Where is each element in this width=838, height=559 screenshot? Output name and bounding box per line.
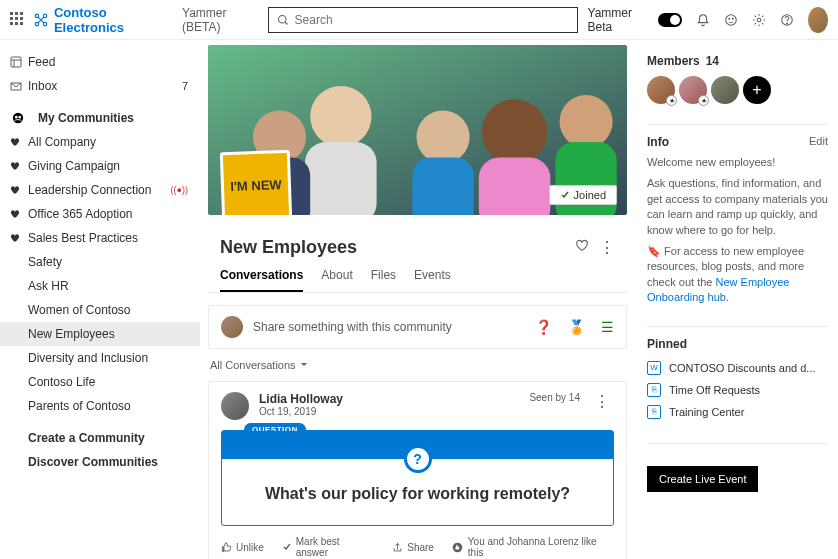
sidebar-item[interactable]: Safety xyxy=(0,250,200,274)
sidebar-item-label: Sales Best Practices xyxy=(28,231,138,245)
share-icon xyxy=(392,542,403,553)
check-icon xyxy=(282,542,292,552)
sidebar: Feed Inbox7 My Communities All CompanyGi… xyxy=(0,40,200,559)
inbox-icon xyxy=(10,80,22,92)
unlike-button[interactable]: Unlike xyxy=(221,542,264,553)
svg-rect-20 xyxy=(412,157,473,215)
sidebar-item[interactable]: Contoso Life xyxy=(0,370,200,394)
members-header: Members 14 xyxy=(647,54,828,68)
brand[interactable]: Contoso Electronics xyxy=(34,5,164,35)
post-more-button[interactable]: ⋮ xyxy=(590,392,614,411)
svg-point-4 xyxy=(278,15,286,23)
pinned-item[interactable]: ⎘Time Off Requests xyxy=(647,379,828,401)
more-button[interactable]: ⋮ xyxy=(599,238,615,257)
info-header: Info xyxy=(647,135,669,149)
share-button[interactable]: Share xyxy=(392,542,434,553)
praise-tool-icon[interactable]: 🏅 xyxy=(568,319,585,335)
tab-about[interactable]: About xyxy=(321,268,352,292)
brand-logo-icon xyxy=(34,12,48,28)
brand-name: Contoso Electronics xyxy=(54,5,164,35)
post-seen-by[interactable]: Seen by 14 xyxy=(529,392,580,403)
tab-files[interactable]: Files xyxy=(371,268,396,292)
check-icon xyxy=(560,190,570,200)
notifications-icon[interactable] xyxy=(696,13,710,27)
help-icon[interactable] xyxy=(780,13,794,27)
add-member-button[interactable]: + xyxy=(743,76,771,104)
question-card: QUESTION ? What's our policy for working… xyxy=(221,430,614,526)
pinned-item[interactable]: ⎘Training Center xyxy=(647,401,828,423)
beta-toggle[interactable] xyxy=(658,13,681,27)
nav-discover-communities[interactable]: Discover Communities xyxy=(0,450,200,474)
composer[interactable]: Share something with this community ❓ 🏅 … xyxy=(208,305,627,349)
favorite-button[interactable] xyxy=(575,239,589,257)
file-icon: ⎘ xyxy=(647,383,661,397)
svg-point-6 xyxy=(728,18,729,19)
search-icon xyxy=(277,14,289,26)
inbox-count: 7 xyxy=(182,80,188,92)
joined-button[interactable]: Joined xyxy=(549,185,617,205)
conversation-filter[interactable]: All Conversations xyxy=(208,349,627,381)
pinned-item-label: Training Center xyxy=(669,406,744,418)
svg-point-25 xyxy=(560,95,613,148)
member-avatar[interactable]: ★ xyxy=(647,76,675,104)
member-avatar[interactable]: ★ xyxy=(679,76,707,104)
nav-feed[interactable]: Feed xyxy=(0,50,200,74)
heart-icon xyxy=(10,136,22,148)
user-avatar[interactable] xyxy=(808,7,828,33)
search-input[interactable] xyxy=(295,13,569,27)
info-description: Ask questions, find information, and get… xyxy=(647,176,828,238)
post-date: Oct 19, 2019 xyxy=(259,406,519,417)
nav-create-community[interactable]: Create a Community xyxy=(0,426,200,450)
svg-rect-18 xyxy=(305,142,377,215)
mark-best-button[interactable]: Mark best answer xyxy=(282,536,374,558)
nav-inbox[interactable]: Inbox7 xyxy=(0,74,200,98)
likes-summary[interactable]: You and Johanna Lorenz like this xyxy=(452,536,614,558)
member-avatar[interactable] xyxy=(711,76,739,104)
edit-info-button[interactable]: Edit xyxy=(809,135,828,149)
sidebar-item[interactable]: New Employees xyxy=(0,322,200,346)
beta-label: Yammer Beta xyxy=(588,6,645,34)
info-tip: 🔖 For access to new employee resources, … xyxy=(647,244,828,306)
feedback-icon[interactable] xyxy=(724,13,738,27)
sidebar-item[interactable]: Diversity and Inclusion xyxy=(0,346,200,370)
live-badge-icon: ((●)) xyxy=(171,185,188,195)
sidebar-item[interactable]: Office 365 Adoption xyxy=(0,202,200,226)
svg-point-13 xyxy=(15,116,18,119)
product-name: Yammer (BETA) xyxy=(182,6,258,34)
app-launcher[interactable] xyxy=(10,12,24,28)
sidebar-item[interactable]: Ask HR xyxy=(0,274,200,298)
sidebar-item[interactable]: Women of Contoso xyxy=(0,298,200,322)
svg-point-10 xyxy=(786,23,787,24)
composer-avatar xyxy=(221,316,243,338)
poll-tool-icon[interactable]: ☰ xyxy=(601,319,614,335)
sidebar-item[interactable]: Sales Best Practices xyxy=(0,226,200,250)
sidebar-item-label: Office 365 Adoption xyxy=(28,207,133,221)
svg-point-19 xyxy=(416,110,469,163)
nav-my-communities[interactable]: My Communities xyxy=(0,106,200,130)
pinned-item[interactable]: WCONTOSO Discounts and d... xyxy=(647,357,828,379)
svg-point-17 xyxy=(310,86,371,147)
create-live-event-button[interactable]: Create Live Event xyxy=(647,466,758,492)
sidebar-item-label: New Employees xyxy=(28,327,115,341)
tab-conversations[interactable]: Conversations xyxy=(220,268,303,292)
post-author-avatar[interactable] xyxy=(221,392,249,420)
sidebar-item[interactable]: Giving Campaign xyxy=(0,154,200,178)
post-author-name[interactable]: Lidia Holloway xyxy=(259,392,519,406)
admin-badge-icon: ★ xyxy=(698,95,709,106)
heart-icon xyxy=(10,160,22,172)
community-avatar: I'M NEW xyxy=(220,150,292,215)
sidebar-item-label: Leadership Connection xyxy=(28,183,151,197)
search-box[interactable] xyxy=(268,7,578,33)
settings-icon[interactable] xyxy=(752,13,766,27)
tab-events[interactable]: Events xyxy=(414,268,451,292)
sidebar-item-label: Diversity and Inclusion xyxy=(28,351,148,365)
question-tool-icon[interactable]: ❓ xyxy=(535,319,552,335)
sidebar-item[interactable]: All Company xyxy=(0,130,200,154)
content: I'M NEW Joined New Employees ⋮ Conversat… xyxy=(200,40,643,559)
heart-icon xyxy=(10,232,22,244)
sidebar-item-label: Ask HR xyxy=(28,279,69,293)
sidebar-item[interactable]: Parents of Contoso xyxy=(0,394,200,418)
community-title: New Employees xyxy=(220,237,565,258)
sidebar-item[interactable]: Leadership Connection((●)) xyxy=(0,178,200,202)
svg-point-14 xyxy=(18,116,21,119)
